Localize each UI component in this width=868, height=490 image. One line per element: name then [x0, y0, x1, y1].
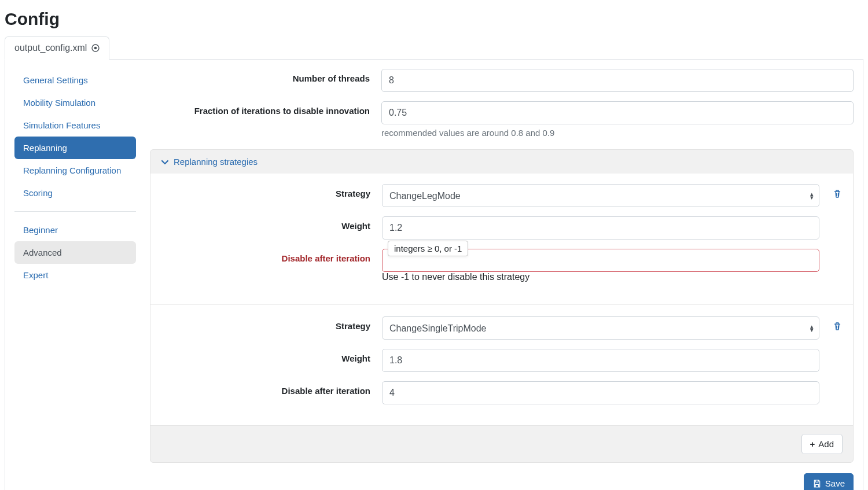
strategy-select[interactable]: ChangeLegMode: [382, 184, 819, 207]
delete-strategy-button[interactable]: [832, 321, 843, 331]
sidebar-item-simulation-features[interactable]: Simulation Features: [14, 114, 136, 137]
sidebar-item-replanning[interactable]: Replanning: [14, 137, 136, 159]
disable-after-input[interactable]: [382, 381, 819, 404]
strategies-panel-body: Strategy ChangeLegMode ▴▾: [150, 174, 853, 425]
strategy-label: Strategy: [150, 184, 382, 198]
fraction-label: Fraction of iterations to disable innova…: [150, 101, 381, 116]
threads-label: Number of threads: [150, 69, 381, 83]
strategy-block: Strategy ChangeSingleTripMode ▴▾: [150, 304, 853, 419]
sidebar-item-replanning-configuration[interactable]: Replanning Configuration: [14, 159, 136, 182]
tab-label: output_config.xml: [14, 43, 87, 53]
fraction-input[interactable]: [381, 101, 854, 124]
add-strategy-button[interactable]: + Add: [801, 434, 843, 454]
chevron-down-icon: [161, 158, 169, 166]
plus-icon: +: [810, 439, 815, 449]
record-icon: [91, 44, 100, 52]
weight-input[interactable]: [382, 349, 819, 372]
save-button-label: Save: [825, 478, 845, 488]
page-title: Config: [5, 9, 863, 29]
threads-input[interactable]: [381, 69, 854, 92]
fraction-helper: recommended values are around 0.8 and 0.…: [381, 128, 854, 138]
sidebar-item-advanced[interactable]: Advanced: [14, 241, 136, 264]
sidebar-item-scoring[interactable]: Scoring: [14, 182, 136, 204]
strategy-block: Strategy ChangeLegMode ▴▾: [150, 184, 853, 297]
weight-input[interactable]: [382, 216, 819, 240]
sidebar-item-mobility-simulation[interactable]: Mobility Simulation: [14, 91, 136, 114]
page-footer: Save: [150, 463, 854, 490]
strategy-label: Strategy: [150, 316, 382, 331]
save-button[interactable]: Save: [804, 473, 854, 490]
strategies-panel: Replanning strategies Strategy ChangeLeg…: [150, 149, 854, 463]
svg-point-1: [94, 47, 97, 50]
sidebar-item-general-settings[interactable]: General Settings: [14, 69, 136, 91]
strategies-panel-title: Replanning strategies: [174, 157, 258, 167]
save-icon: [812, 479, 822, 488]
disable-after-label: Disable after iteration: [150, 249, 382, 263]
sidebar-secondary-group: Beginner Advanced Expert: [14, 211, 136, 293]
validation-tooltip: integers ≥ 0, or -1: [388, 241, 468, 256]
weight-label: Weight: [150, 349, 382, 363]
sidebar-item-beginner[interactable]: Beginner: [14, 219, 136, 241]
strategies-panel-footer: + Add: [150, 425, 853, 462]
delete-strategy-button[interactable]: [832, 189, 843, 199]
sidebar: General Settings Mobility Simulation Sim…: [14, 69, 136, 490]
tab-output-config[interactable]: output_config.xml: [5, 36, 109, 60]
weight-label: Weight: [150, 216, 382, 231]
sidebar-item-expert[interactable]: Expert: [14, 264, 136, 286]
tab-bar: output_config.xml: [5, 36, 863, 60]
strategies-panel-header[interactable]: Replanning strategies: [150, 150, 853, 174]
sidebar-primary-group: General Settings Mobility Simulation Sim…: [14, 69, 136, 211]
strategy-select[interactable]: ChangeSingleTripMode: [382, 316, 819, 340]
add-button-label: Add: [818, 439, 834, 449]
disable-after-label: Disable after iteration: [150, 381, 382, 396]
disable-after-helper: Use -1 to never disable this strategy: [382, 272, 819, 282]
page-body: General Settings Mobility Simulation Sim…: [5, 60, 863, 490]
main-content: Number of threads Fraction of iterations…: [150, 69, 854, 490]
